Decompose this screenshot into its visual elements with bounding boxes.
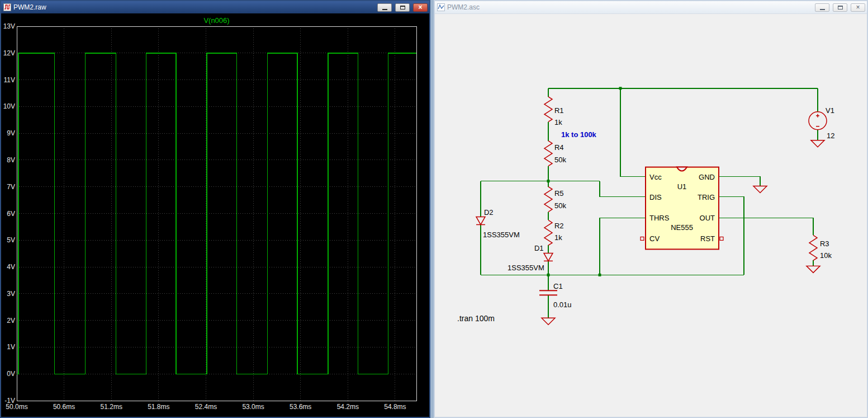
minimize-button[interactable] [815, 3, 829, 12]
component-name[interactable]: R4 [554, 143, 564, 152]
pin-label-vcc: Vcc [649, 173, 662, 181]
component-name[interactable]: D2 [484, 208, 494, 217]
junction-dots [547, 87, 622, 276]
y-tick-label: 0V [7, 370, 15, 378]
component-value[interactable]: 50k [554, 201, 566, 210]
y-tick-label: -1V [4, 397, 15, 405]
component-name[interactable]: R3 [820, 239, 829, 248]
schematic-canvas[interactable]: R1 1k 1k to 100k R4 50k R5 50k R2 1k [435, 14, 867, 417]
ground-icon[interactable] [753, 186, 767, 193]
close-button[interactable]: × [413, 3, 428, 12]
waveform-window: PWM2.raw × 50.0ms50.6ms51.2ms51.8ms52.4m… [0, 0, 430, 418]
component-value[interactable]: 50k [554, 156, 566, 164]
resistor-R3[interactable]: R3 10k [809, 235, 832, 260]
x-tick-label: 53.6ms [290, 403, 311, 411]
y-tick-label: 11V [4, 76, 15, 84]
component-value[interactable]: 1k [554, 118, 562, 126]
window-title: PWM2.raw [13, 3, 374, 11]
y-tick-label: 5V [7, 236, 15, 244]
schematic-window-titlebar[interactable]: PWM2.asc × [435, 1, 867, 14]
x-tick-label: 54.8ms [384, 403, 406, 411]
pin-label-gnd: GND [699, 173, 715, 181]
waveform-file-icon [3, 3, 11, 11]
y-tick-label: 9V [7, 129, 15, 137]
annotation-note[interactable]: 1k to 100k [561, 130, 597, 139]
pin-label-dis: DIS [649, 193, 662, 201]
pin-label-cv: CV [649, 234, 660, 243]
resistor-R2[interactable]: R2 1k [544, 220, 564, 245]
component-name[interactable]: U1 [677, 182, 687, 191]
y-tick-label: 4V [7, 263, 15, 271]
component-name[interactable]: D1 [534, 244, 544, 252]
spice-directive[interactable]: .tran 100m [457, 314, 495, 323]
pin-label-rst: RST [700, 234, 715, 243]
window-title: PWM2.asc [447, 3, 812, 11]
resistor-R5[interactable]: R5 50k [544, 187, 566, 212]
y-tick-label: 10V [3, 102, 15, 110]
pin-label-thrs: THRS [649, 214, 670, 222]
resistor-R1[interactable]: R1 1k [544, 97, 564, 126]
trace-name-label[interactable]: V(n006) [203, 16, 229, 25]
x-tick-label: 53.0ms [242, 403, 264, 411]
diode-D1[interactable]: D1 1SS355VM [507, 244, 553, 272]
ground-icon[interactable] [542, 318, 555, 325]
ground-icon[interactable] [811, 140, 824, 147]
voltage-source-V1[interactable]: V1 12 [809, 106, 834, 140]
x-tick-label: 50.6ms [53, 403, 75, 411]
x-tick-label: 52.4ms [195, 403, 217, 411]
ground-icon[interactable] [807, 266, 820, 273]
close-icon: × [856, 4, 860, 11]
component-value[interactable]: 10k [820, 251, 832, 260]
y-tick-label: 13V [3, 22, 15, 30]
component-name[interactable]: R5 [554, 189, 564, 198]
close-button[interactable]: × [851, 3, 865, 12]
component-value[interactable]: 12 [827, 131, 834, 140]
component-name[interactable]: V1 [826, 106, 834, 115]
component-type[interactable]: NE555 [671, 223, 693, 232]
schematic-editor-pane[interactable]: R1 1k 1k to 100k R4 50k R5 50k R2 1k [435, 14, 867, 417]
schematic-file-icon [437, 3, 445, 11]
timer-ic-U1[interactable]: Vcc DIS THRS CV GND TRIG OUT RST U1 NE55… [641, 167, 723, 250]
waveform-window-titlebar[interactable]: PWM2.raw × [1, 1, 429, 13]
maximize-icon [838, 6, 843, 10]
component-value[interactable]: 1k [554, 233, 562, 242]
component-value[interactable]: 0.01u [553, 300, 572, 309]
diode-D2[interactable]: D2 1SS355VM [476, 208, 520, 239]
resistor-R4[interactable]: R4 50k [544, 141, 566, 166]
capacitor-C1[interactable]: C1 0.01u [539, 282, 572, 309]
minimize-icon [382, 9, 387, 10]
x-tick-label: 51.8ms [148, 403, 169, 411]
y-tick-label: 12V [3, 49, 15, 57]
component-value[interactable]: 1SS355VM [483, 231, 520, 239]
cv-pin-marker [641, 237, 644, 240]
close-icon: × [418, 4, 422, 11]
y-tick-label: 3V [7, 290, 15, 298]
component-name[interactable]: R2 [554, 222, 564, 230]
waveform-trace[interactable] [17, 53, 416, 374]
minimize-button[interactable] [377, 3, 392, 12]
waveform-plot-area[interactable]: 50.0ms50.6ms51.2ms51.8ms52.4ms53.0ms53.6… [1, 13, 429, 417]
component-name[interactable]: C1 [553, 282, 563, 290]
y-tick-label: 6V [7, 210, 15, 218]
y-tick-label: 8V [7, 156, 15, 164]
minimize-icon [820, 9, 825, 10]
plot-frame [17, 26, 416, 401]
maximize-button[interactable] [395, 3, 410, 12]
rst-pin-marker [720, 237, 723, 240]
y-tick-label: 7V [7, 183, 15, 191]
maximize-icon [400, 6, 405, 10]
x-tick-label: 54.2ms [337, 403, 359, 411]
y-tick-label: 2V [7, 317, 15, 325]
component-value[interactable]: 1SS355VM [507, 264, 544, 272]
waveform-plot-pane[interactable]: 50.0ms50.6ms51.2ms51.8ms52.4ms53.0ms53.6… [1, 13, 429, 417]
y-tick-label: 1V [7, 343, 15, 351]
schematic-window: PWM2.asc × [434, 0, 868, 418]
maximize-button[interactable] [833, 3, 847, 12]
pin-label-trig: TRIG [698, 193, 715, 201]
x-tick-label: 51.2ms [101, 403, 122, 411]
component-name[interactable]: R1 [554, 106, 564, 115]
pin-label-out: OUT [700, 214, 715, 222]
